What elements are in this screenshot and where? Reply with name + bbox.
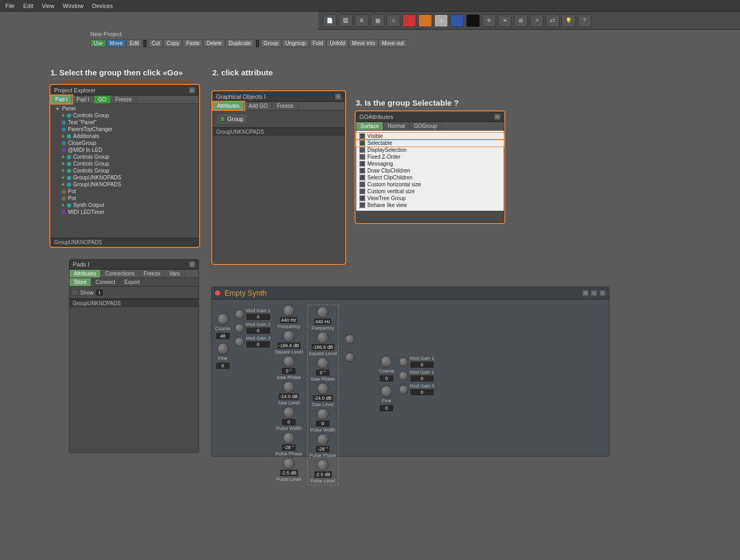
- menu-devices[interactable]: Devices: [92, 3, 113, 9]
- toolbar-blue[interactable]: [450, 14, 464, 27]
- square-knob2[interactable]: [317, 332, 329, 343]
- np-use[interactable]: Use: [90, 39, 106, 47]
- sawphase-knob[interactable]: [283, 356, 295, 367]
- tab-pad1[interactable]: Pad I: [51, 96, 72, 104]
- go-tab-freeze[interactable]: Freeze: [272, 102, 298, 110]
- menu-edit[interactable]: Edit: [23, 3, 33, 9]
- square-knob[interactable]: [283, 330, 295, 342]
- attr-custom-h[interactable]: Custom horizontal size: [356, 181, 504, 188]
- pulsephase-value2[interactable]: -28 °: [315, 445, 330, 453]
- osc1-mod1-knob[interactable]: [235, 309, 244, 319]
- osc1-mod3-value[interactable]: 0: [246, 341, 271, 348]
- pulselevel-knob[interactable]: [283, 458, 295, 469]
- pulsewidth-value2[interactable]: 0: [315, 420, 330, 427]
- attr-select-clip-checkbox[interactable]: [359, 175, 365, 180]
- tree-controls-group-4[interactable]: + Controls Group: [51, 167, 199, 174]
- attr-fixed-z-checkbox[interactable]: [359, 154, 365, 160]
- attr-draw-clip[interactable]: Draw ClipChildren: [356, 167, 504, 174]
- pulsewidth-value[interactable]: 0: [281, 418, 296, 426]
- osc1-mod3-knob[interactable]: [235, 337, 244, 347]
- osc1-coarse-knob[interactable]: [217, 313, 229, 325]
- attr-custom-v[interactable]: Custom vertical size: [356, 188, 504, 195]
- toolbar-face[interactable]: ☺: [386, 14, 400, 27]
- freq-value2[interactable]: 440 Hz: [314, 318, 332, 325]
- tree-midi-ledtimer[interactable]: MIDI LEDTimer: [51, 209, 199, 216]
- attr-select-clip[interactable]: Select ClipChildren: [356, 174, 504, 181]
- osc1-mod2-value[interactable]: 0: [246, 327, 271, 334]
- freq-knob[interactable]: [283, 305, 295, 316]
- osc2-mod2-value[interactable]: 0: [410, 375, 435, 382]
- attr-display-selection-checkbox[interactable]: [359, 147, 365, 153]
- freq-knob2[interactable]: [317, 306, 329, 318]
- attr-visible[interactable]: Visible: [356, 133, 504, 140]
- pulselevel-value[interactable]: -2.5 dB: [280, 469, 298, 477]
- sawphase-value2[interactable]: 0 °: [315, 369, 330, 376]
- pulsewidth-knob[interactable]: [283, 407, 295, 418]
- pads-show-checkbox[interactable]: [72, 289, 78, 296]
- attr-selectable-checkbox[interactable]: [359, 140, 365, 146]
- np-paste[interactable]: Paste: [183, 39, 203, 47]
- tree-controls-group-2[interactable]: + Controls Group: [51, 153, 199, 160]
- osc2-mod1-knob[interactable]: [399, 357, 408, 367]
- sawlevel-value[interactable]: -24.0 dB: [278, 393, 299, 400]
- tree-text-panel[interactable]: Text "Panel": [51, 119, 199, 126]
- attr-messaging-checkbox[interactable]: [359, 161, 365, 167]
- tree-pot-1[interactable]: Pot: [51, 188, 199, 195]
- attr-behave[interactable]: Behave like view: [356, 202, 504, 209]
- toolbar-hash[interactable]: ⊞: [514, 14, 528, 27]
- pulsewidth-knob2[interactable]: [317, 408, 329, 420]
- np-group[interactable]: Group: [261, 39, 282, 47]
- osc1-coarse-value[interactable]: 48: [216, 332, 230, 340]
- toolbar-img[interactable]: 🖼: [339, 14, 352, 27]
- synth-min[interactable]: ─: [591, 290, 597, 296]
- osc2-mod1-value[interactable]: 0: [410, 361, 435, 368]
- sawlevel-knob[interactable]: [283, 381, 295, 393]
- osc2-coarse-knob[interactable]: [381, 356, 392, 367]
- osc1-fine-value[interactable]: 0: [216, 362, 230, 369]
- attr-draw-clip-checkbox[interactable]: [359, 168, 365, 174]
- pads-close[interactable]: ×: [189, 261, 195, 268]
- pulselevel-knob2[interactable]: [317, 459, 329, 471]
- tab-freeze[interactable]: Freeze: [111, 96, 136, 104]
- osc2-mod3-knob[interactable]: [399, 385, 408, 394]
- osc1-fine-knob[interactable]: [217, 343, 229, 355]
- pads-subtab-connect[interactable]: Connect: [91, 278, 120, 286]
- toolbar-orange[interactable]: [418, 14, 432, 27]
- osc2-fine-knob[interactable]: [381, 385, 392, 397]
- toolbar-checker[interactable]: ⊞: [434, 14, 448, 27]
- toolbar-tag[interactable]: 🏷: [546, 14, 560, 27]
- go-attributes-close[interactable]: ×: [494, 114, 501, 120]
- attr-viewtree[interactable]: ViewTree Group: [356, 195, 504, 202]
- menu-window[interactable]: Window: [63, 3, 83, 9]
- menu-file[interactable]: File: [5, 3, 15, 9]
- pads-show-value[interactable]: 1: [96, 289, 104, 296]
- pulsephase-knob2[interactable]: [317, 434, 329, 445]
- goa-tab-surface[interactable]: Surface: [356, 122, 383, 130]
- pads-tab-attr[interactable]: Attributes: [70, 270, 101, 278]
- tree-parent-top[interactable]: ParentTopChanger: [51, 126, 199, 133]
- toolbar-doc[interactable]: 📄: [323, 14, 337, 27]
- go-group-item[interactable]: Group: [216, 114, 248, 124]
- attr-display-selection[interactable]: DisplaySelection: [356, 147, 504, 153]
- osc1-mod2-knob[interactable]: [235, 323, 244, 333]
- attr-viewtree-checkbox[interactable]: [359, 195, 365, 201]
- tree-panel[interactable]: ▼ Panel: [51, 105, 199, 112]
- pulselevel-value2[interactable]: -2.5 dB: [314, 471, 332, 478]
- tab-go[interactable]: GO: [94, 96, 111, 104]
- tree-pot-2[interactable]: Pot: [51, 195, 199, 202]
- synth-copy[interactable]: ⎘: [582, 290, 589, 296]
- sawphase-knob2[interactable]: [317, 357, 329, 369]
- square-value2[interactable]: -186.6 dB: [311, 343, 335, 351]
- toolbar-black[interactable]: [466, 14, 480, 27]
- menu-view[interactable]: View: [42, 3, 55, 9]
- toolbar-help[interactable]: ?: [578, 14, 591, 27]
- np-duplicate[interactable]: Duplicate: [226, 39, 254, 47]
- attr-fixed-z[interactable]: Fixed Z-Order: [356, 153, 504, 160]
- np-cut[interactable]: Cut: [148, 39, 163, 47]
- np-move[interactable]: Move: [107, 39, 126, 47]
- attr-messaging[interactable]: Messaging: [356, 160, 504, 167]
- attr-selectable[interactable]: Selectable: [356, 140, 504, 147]
- pads-subtab-store[interactable]: Store: [70, 278, 91, 286]
- go-tab-addgo[interactable]: Add GO: [244, 102, 272, 110]
- tree-group-unkno-2[interactable]: + GroupUNKNOPADS: [51, 181, 199, 188]
